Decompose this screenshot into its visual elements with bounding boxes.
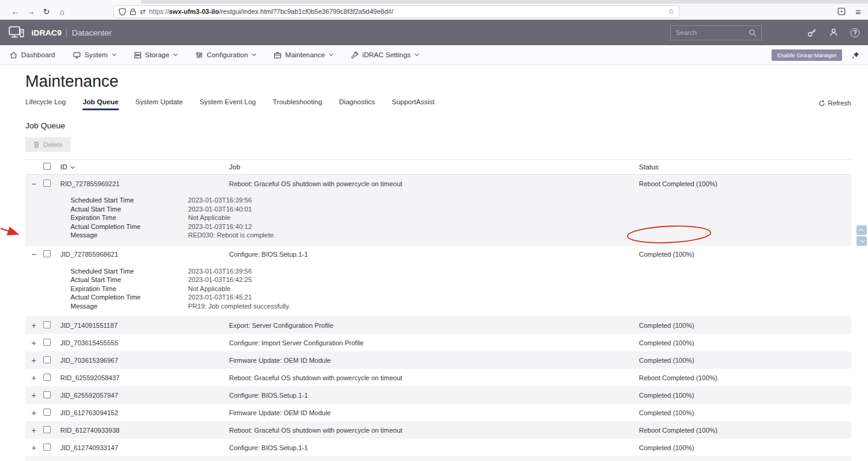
detail-label: Message xyxy=(71,302,188,311)
page-content: Maintenance Lifecycle Log Job Queue Syst… xyxy=(0,65,868,461)
browser-tab-strip xyxy=(0,0,868,4)
nav-label: Dashboard xyxy=(21,51,55,58)
url-text: https://swx-ufm3-03-ilo/restgui/index.ht… xyxy=(149,8,393,15)
job-status-cell: Completed (100%) xyxy=(639,444,851,451)
job-row[interactable]: + JID_703615455555 Configure: Import Ser… xyxy=(25,334,851,351)
tab-supportassist[interactable]: SupportAssist xyxy=(392,98,435,110)
expand-toggle-button[interactable]: + xyxy=(30,426,43,434)
shield-icon[interactable] xyxy=(119,8,126,16)
nav-item-idrac-settings[interactable]: iDRAC Settings xyxy=(351,51,418,59)
expand-toggle-button[interactable]: + xyxy=(30,321,43,330)
chevron-down-icon xyxy=(252,52,256,56)
job-row[interactable]: + RID_625592058437 Reboot: Graceful OS s… xyxy=(25,369,851,386)
job-status-cell: Completed (100%) xyxy=(639,409,851,416)
nav-item-maintenance[interactable]: Maintenance xyxy=(274,51,333,59)
bookmark-star-icon[interactable]: ☆ xyxy=(668,7,675,16)
tab-diagnostics[interactable]: Diagnostics xyxy=(339,98,375,110)
permissions-icon[interactable]: ⇄ xyxy=(140,8,145,16)
select-all-checkbox[interactable] xyxy=(43,163,51,170)
expand-toggle-button[interactable]: + xyxy=(30,339,43,347)
configuration-icon xyxy=(195,51,203,59)
detail-value: RED030: Reboot is complete. xyxy=(188,231,851,240)
job-row[interactable]: + JID_703615396967 Firmware Update: OEM … xyxy=(25,351,851,369)
browser-reload-button[interactable]: ↻ xyxy=(39,7,54,16)
search-icon[interactable] xyxy=(749,29,756,37)
delete-button[interactable]: Delete xyxy=(25,137,71,152)
enable-group-manager-button[interactable]: Enable Group Manager xyxy=(772,49,842,61)
row-checkbox[interactable] xyxy=(43,339,51,346)
idrac-logo-icon xyxy=(8,26,24,39)
nav-item-dashboard[interactable]: Dashboard xyxy=(10,51,55,59)
job-row[interactable]: + JID_612763094152 Firmware Update: OEM … xyxy=(25,404,851,421)
expand-toggle-button[interactable]: − xyxy=(30,250,43,259)
expand-toggle-button[interactable]: + xyxy=(30,374,43,382)
search-input[interactable] xyxy=(676,29,745,36)
nav-item-configuration[interactable]: Configuration xyxy=(195,51,256,59)
trash-icon xyxy=(33,141,40,148)
tab-system-update[interactable]: System Update xyxy=(136,98,183,110)
tab-system-event-log[interactable]: System Event Log xyxy=(200,98,256,110)
header-search-box[interactable] xyxy=(670,25,762,40)
tab-troubleshooting[interactable]: Troubleshooting xyxy=(273,98,322,110)
expand-toggle-button[interactable]: + xyxy=(30,444,43,452)
row-checkbox[interactable] xyxy=(43,409,51,416)
job-row[interactable]: − RID_727855969221 Reboot: Graceful OS s… xyxy=(25,175,851,192)
browser-home-button[interactable]: ⌂ xyxy=(54,7,70,16)
nav-label: Configuration xyxy=(207,51,248,58)
browser-url-bar[interactable]: ⇄ https://swx-ufm3-03-ilo/restgui/index.… xyxy=(113,5,680,18)
tab-job-queue[interactable]: Job Queue xyxy=(83,98,118,110)
job-id-cell: JID_703615455555 xyxy=(60,339,229,347)
job-detail-line: Actual Start Time 2023-01-03T16:42:25 xyxy=(25,275,851,284)
chevron-down-icon xyxy=(329,52,333,56)
row-checkbox[interactable] xyxy=(43,180,51,187)
browser-active-tab[interactable] xyxy=(0,0,141,4)
job-detail-line: Actual Completion Time 2023-01-03T16:45:… xyxy=(25,293,851,302)
scroll-down-button[interactable] xyxy=(857,236,867,246)
pin-icon[interactable] xyxy=(852,51,860,59)
job-row[interactable]: + RID_612740933938 Reboot: Graceful OS s… xyxy=(25,421,851,439)
refresh-button[interactable]: Refresh xyxy=(819,99,851,110)
browser-extensions-icon[interactable] xyxy=(837,7,846,16)
job-name-cell: Firmware Update: OEM ID Module xyxy=(229,357,639,364)
job-row[interactable]: + JID_606568609010 Export: Server Config… xyxy=(25,456,851,461)
key-icon[interactable] xyxy=(807,28,817,37)
expand-toggle-button[interactable]: − xyxy=(30,180,43,188)
expand-toggle-button[interactable]: + xyxy=(30,356,43,365)
column-header-id[interactable]: ID xyxy=(60,163,229,171)
expand-toggle-button[interactable]: + xyxy=(30,391,43,400)
nav-item-storage[interactable]: Storage xyxy=(134,51,177,59)
scroll-up-button[interactable] xyxy=(857,225,867,235)
browser-forward-button[interactable]: → xyxy=(23,7,39,16)
row-checkbox[interactable] xyxy=(43,356,51,363)
job-detail-line: Actual Completion Time 2023-01-03T16:40:… xyxy=(25,222,851,231)
job-id-cell: RID_625592058437 xyxy=(60,374,229,381)
job-status-cell: Completed (100%) xyxy=(639,339,851,347)
job-row[interactable]: + JID_714091551187 Export: Server Config… xyxy=(25,316,851,334)
nav-item-system[interactable]: System xyxy=(73,51,115,59)
browser-menu-icon[interactable]: ≡ xyxy=(855,7,861,17)
row-checkbox[interactable] xyxy=(43,444,51,451)
expand-toggle-button[interactable]: + xyxy=(30,409,43,417)
main-nav: Dashboard System Storage Configuration M… xyxy=(0,45,868,65)
row-checkbox[interactable] xyxy=(43,426,51,433)
tab-lifecycle-log[interactable]: Lifecycle Log xyxy=(25,98,66,110)
chevron-down-icon xyxy=(415,52,419,56)
job-status-cell: Completed (100%) xyxy=(639,392,851,399)
help-icon[interactable]: ? xyxy=(851,28,860,37)
row-checkbox[interactable] xyxy=(43,321,51,328)
section-title: Job Queue xyxy=(25,121,851,130)
browser-back-button[interactable]: ← xyxy=(7,7,23,16)
row-checkbox[interactable] xyxy=(43,250,51,257)
job-row[interactable]: + JID_612740933147 Configure: BIOS.Setup… xyxy=(25,439,851,456)
detail-value: Not Applicable xyxy=(188,213,851,222)
user-icon[interactable] xyxy=(829,28,838,37)
job-queue-table: ID Job Status − RID_727855969221 Reboot:… xyxy=(25,159,851,461)
job-row[interactable]: + JID_625592057947 Configure: BIOS.Setup… xyxy=(25,386,851,404)
row-checkbox[interactable] xyxy=(43,391,51,398)
detail-value: 2023-01-03T16:39:56 xyxy=(188,196,851,205)
row-checkbox[interactable] xyxy=(43,374,51,381)
brand-separator xyxy=(66,28,67,37)
lock-icon[interactable] xyxy=(130,8,136,16)
job-row[interactable]: − JID_727855968621 Configure: BIOS.Setup… xyxy=(25,246,851,263)
detail-value: 2023-01-03T16:40:12 xyxy=(188,222,851,231)
